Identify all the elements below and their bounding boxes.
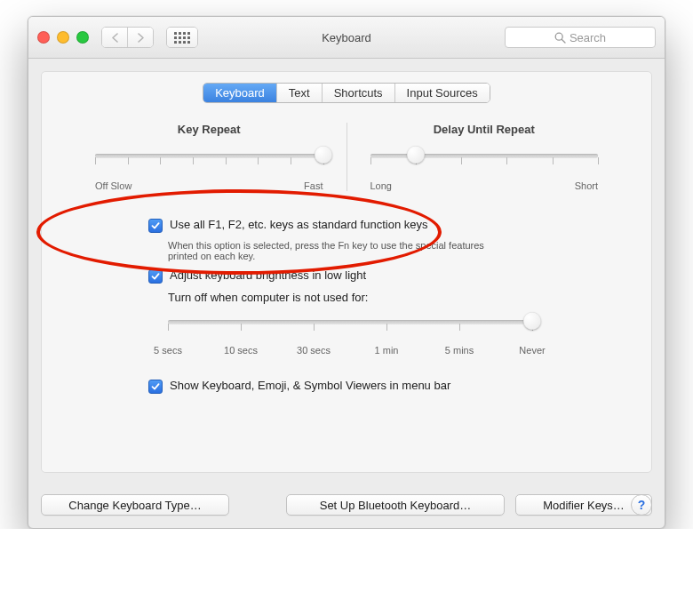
turnoff-label: Turn off when computer is not used for: xyxy=(168,291,598,304)
back-button[interactable] xyxy=(102,28,127,47)
search-icon xyxy=(554,32,566,44)
nav-back-forward xyxy=(101,27,154,48)
tab-keyboard[interactable]: Keyboard xyxy=(203,84,276,102)
grid-icon xyxy=(167,28,197,47)
fn-keys-help: When this option is selected, press the … xyxy=(168,240,488,261)
search-input[interactable]: Search xyxy=(505,27,656,48)
vertical-divider xyxy=(346,123,347,191)
fn-keys-checkbox[interactable] xyxy=(148,219,163,233)
show-viewers-checkbox[interactable] xyxy=(148,380,163,394)
tab-input-sources[interactable]: Input Sources xyxy=(394,84,490,102)
content-area: Keyboard Text Shortcuts Input Sources Ke… xyxy=(28,59,665,485)
key-repeat-title: Key Repeat xyxy=(95,123,323,136)
key-repeat-section: Key Repeat Off Slow xyxy=(77,123,341,191)
turnoff-stop-2: 30 secs xyxy=(297,345,331,356)
search-placeholder: Search xyxy=(570,31,606,44)
delay-max-label: Short xyxy=(575,180,598,191)
slider-knob[interactable] xyxy=(315,146,332,164)
change-keyboard-type-button[interactable]: Change Keyboard Type… xyxy=(41,494,229,516)
turnoff-stop-0: 5 secs xyxy=(154,345,182,356)
auto-brightness-row: Adjust keyboard brightness in low light xyxy=(148,268,598,284)
turnoff-stop-4: 5 mins xyxy=(445,345,474,356)
show-all-button[interactable] xyxy=(166,27,198,48)
keyboard-panel: Keyboard Text Shortcuts Input Sources Ke… xyxy=(41,71,652,473)
close-window-button[interactable] xyxy=(37,31,50,44)
window-controls xyxy=(37,31,89,44)
slider-knob[interactable] xyxy=(407,146,425,164)
help-button[interactable]: ? xyxy=(631,494,652,516)
slider-knob[interactable] xyxy=(523,312,541,330)
zoom-window-button[interactable] xyxy=(76,31,89,44)
forward-button[interactable] xyxy=(127,28,153,47)
delay-until-repeat-title: Delay Until Repeat xyxy=(370,123,599,136)
delay-until-repeat-slider[interactable] xyxy=(370,145,599,177)
auto-brightness-label: Adjust keyboard brightness in low light xyxy=(170,268,366,282)
repeat-sliders: Key Repeat Off Slow xyxy=(42,123,651,200)
fn-keys-label: Use all F1, F2, etc. keys as standard fu… xyxy=(170,218,427,231)
key-repeat-min-label: Off Slow xyxy=(95,180,131,191)
delay-until-repeat-section: Delay Until Repeat Long Short xyxy=(353,123,617,191)
titlebar: Keyboard Search xyxy=(28,17,665,59)
turnoff-stop-3: 1 min xyxy=(375,345,399,356)
svg-line-1 xyxy=(562,39,565,43)
delay-min-label: Long xyxy=(370,180,392,191)
key-repeat-max-label: Fast xyxy=(304,180,323,191)
bottom-toolbar: Change Keyboard Type… Set Up Bluetooth K… xyxy=(28,485,665,528)
fn-keys-row: Use all F1, F2, etc. keys as standard fu… xyxy=(148,218,598,233)
setup-bluetooth-keyboard-button[interactable]: Set Up Bluetooth Keyboard… xyxy=(286,494,505,516)
turnoff-slider[interactable] xyxy=(168,311,532,341)
minimize-window-button[interactable] xyxy=(57,31,69,44)
options-list: Use all F1, F2, etc. keys as standard fu… xyxy=(42,200,651,463)
tab-text[interactable]: Text xyxy=(276,84,322,102)
show-viewers-label: Show Keyboard, Emoji, & Symbol Viewers i… xyxy=(170,379,450,392)
turnoff-slider-section: 5 secs 10 secs 30 secs 1 min 5 mins Neve… xyxy=(168,311,532,357)
tab-shortcuts[interactable]: Shortcuts xyxy=(322,84,394,102)
auto-brightness-checkbox[interactable] xyxy=(148,269,163,284)
preferences-window: Keyboard Search Keyboard Text Shortcuts … xyxy=(28,16,665,529)
key-repeat-slider[interactable] xyxy=(95,145,323,177)
tab-bar: Keyboard Text Shortcuts Input Sources xyxy=(42,72,651,123)
show-viewers-row: Show Keyboard, Emoji, & Symbol Viewers i… xyxy=(148,379,598,394)
turnoff-stop-1: 10 secs xyxy=(224,345,258,356)
turnoff-stop-5: Never xyxy=(519,345,545,356)
